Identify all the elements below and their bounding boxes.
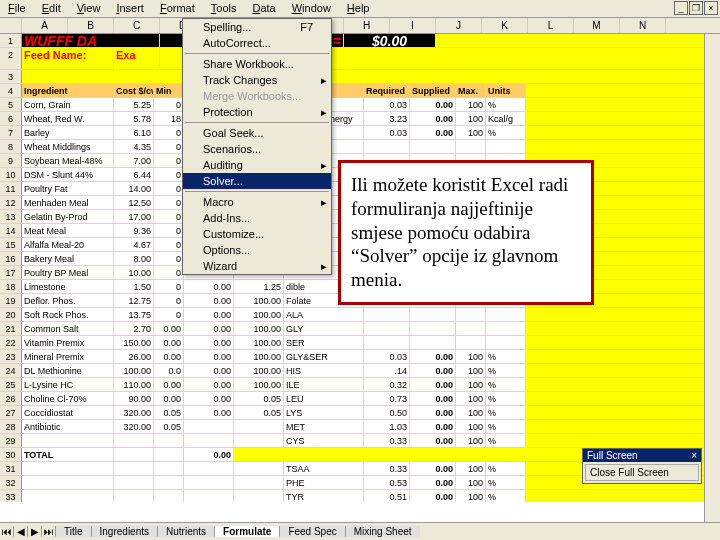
- feed-name-label: Feed Name:: [22, 48, 114, 69]
- menu-item-spelling-[interactable]: Spelling...F7: [183, 19, 331, 35]
- tab-mixing-sheet[interactable]: Mixing Sheet: [346, 526, 421, 537]
- table-row[interactable]: 25L-Lysine HC110.000.000.00100.00ILE0.32…: [0, 378, 720, 392]
- tab-title[interactable]: Title: [56, 526, 92, 537]
- col-header[interactable]: H: [344, 18, 390, 33]
- menu-item-autocorrect-[interactable]: AutoCorrect...: [183, 35, 331, 51]
- table-header-row: 4 Ingredient Cost $/cwt Min nt Required …: [0, 84, 720, 98]
- tools-menu-dropdown: Spelling...F7AutoCorrect...Share Workboo…: [182, 18, 332, 275]
- menu-item-wizard[interactable]: Wizard▸: [183, 258, 331, 274]
- col-header[interactable]: [0, 18, 22, 33]
- horizontal-scrollbar[interactable]: [420, 524, 704, 540]
- col-header[interactable]: B: [68, 18, 114, 33]
- col-header[interactable]: K: [482, 18, 528, 33]
- menu-tools[interactable]: Tools: [203, 0, 245, 17]
- table-row[interactable]: 21Common Salt2.700.000.00100.00GLY: [0, 322, 720, 336]
- column-headers: ABCDEFGHIJKLMN: [0, 18, 720, 34]
- menu-help[interactable]: Help: [339, 0, 378, 17]
- table-row[interactable]: 27Coccidiostat320.000.050.000.05LYS0.500…: [0, 406, 720, 420]
- col-header[interactable]: N: [620, 18, 666, 33]
- table-row[interactable]: 23Mineral Premix26.000.000.00100.00GLY&S…: [0, 350, 720, 364]
- close-button[interactable]: ×: [704, 1, 718, 15]
- app-title: WUFFF DA: [22, 34, 160, 47]
- menu-item-scenarios-[interactable]: Scenarios...: [183, 141, 331, 157]
- table-row[interactable]: 7Barley6.1000.030.00100%: [0, 126, 720, 140]
- sheet-tabs: ⏮ ◀ ▶ ⏭ TitleIngredientsNutrientsFormula…: [0, 522, 720, 540]
- col-header[interactable]: C: [114, 18, 160, 33]
- fullscreen-toolbar[interactable]: Full Screen× Close Full Screen: [582, 448, 702, 484]
- table-row[interactable]: 20Soft Rock Phos.13.7500.00100.00ALA: [0, 308, 720, 322]
- tab-nav-prev[interactable]: ◀: [14, 526, 28, 537]
- col-header[interactable]: I: [390, 18, 436, 33]
- menu-format[interactable]: Format: [152, 0, 203, 17]
- close-fullscreen-button[interactable]: Close Full Screen: [585, 464, 699, 481]
- col-header[interactable]: A: [22, 18, 68, 33]
- vertical-scrollbar[interactable]: [704, 34, 720, 522]
- menu-item-track-changes[interactable]: Track Changes▸: [183, 72, 331, 88]
- table-row[interactable]: 8Wheat Middlings4.350t ext: [0, 140, 720, 154]
- tab-feed-spec[interactable]: Feed Spec: [280, 526, 345, 537]
- menu-item-merge-workbooks-[interactable]: Merge Workbooks...: [183, 88, 331, 104]
- menu-file[interactable]: File: [0, 0, 34, 17]
- menu-item-auditing[interactable]: Auditing▸: [183, 157, 331, 173]
- menu-edit[interactable]: Edit: [34, 0, 69, 17]
- menu-item-solver-[interactable]: Solver...: [183, 173, 331, 189]
- col-header[interactable]: M: [574, 18, 620, 33]
- tab-nav-last[interactable]: ⏭: [42, 526, 56, 537]
- menu-insert[interactable]: Insert: [108, 0, 152, 17]
- tab-formulate[interactable]: Formulate: [215, 526, 280, 537]
- table-row[interactable]: 28Antibiotic320.000.05MET1.030.00100%: [0, 420, 720, 434]
- table-row[interactable]: 33TYR0.510.00100%: [0, 490, 720, 502]
- menu-bar: FileEditViewInsertFormatToolsDataWindowH…: [0, 0, 720, 18]
- table-row[interactable]: 22Vitamin Premix150.000.000.00100.00SER: [0, 336, 720, 350]
- menu-item-share-workbook-[interactable]: Share Workbook...: [183, 56, 331, 72]
- restore-button[interactable]: ❐: [689, 1, 703, 15]
- menu-item-macro[interactable]: Macro▸: [183, 194, 331, 210]
- menu-item-options-[interactable]: Options...: [183, 242, 331, 258]
- tab-nav-first[interactable]: ⏮: [0, 526, 14, 537]
- col-header[interactable]: J: [436, 18, 482, 33]
- minimize-button[interactable]: _: [674, 1, 688, 15]
- menu-data[interactable]: Data: [244, 0, 283, 17]
- menu-item-goal-seek-[interactable]: Goal Seek...: [183, 125, 331, 141]
- table-row[interactable]: 6Wheat, Red W.5.7818polizable Energy3.23…: [0, 112, 720, 126]
- menu-item-customize-[interactable]: Customize...: [183, 226, 331, 242]
- menu-window[interactable]: Window: [284, 0, 339, 17]
- menu-item-protection[interactable]: Protection▸: [183, 104, 331, 120]
- table-row[interactable]: 26Choline Cl-70%90.000.000.000.05LEU0.73…: [0, 392, 720, 406]
- title-row: 1 WUFFF DA nula Cost = $0.00: [0, 34, 720, 48]
- col-header[interactable]: L: [528, 18, 574, 33]
- annotation-callout: Ili možete koristit Excel radi formulira…: [338, 160, 594, 305]
- menu-view[interactable]: View: [69, 0, 109, 17]
- window-controls: _ ❐ ×: [674, 1, 718, 15]
- tab-nav-next[interactable]: ▶: [28, 526, 42, 537]
- table-row[interactable]: 24DL Methionine100.000.00.00100.00HIS.14…: [0, 364, 720, 378]
- table-row[interactable]: 5Corn, Grain5.250tter0.030.00100%: [0, 98, 720, 112]
- tab-nutrients[interactable]: Nutrients: [158, 526, 215, 537]
- tab-ingredients[interactable]: Ingredients: [92, 526, 158, 537]
- table-row[interactable]: 29CYS0.330.00100%: [0, 434, 720, 448]
- close-icon[interactable]: ×: [691, 450, 697, 461]
- menu-item-add-ins-[interactable]: Add-Ins...: [183, 210, 331, 226]
